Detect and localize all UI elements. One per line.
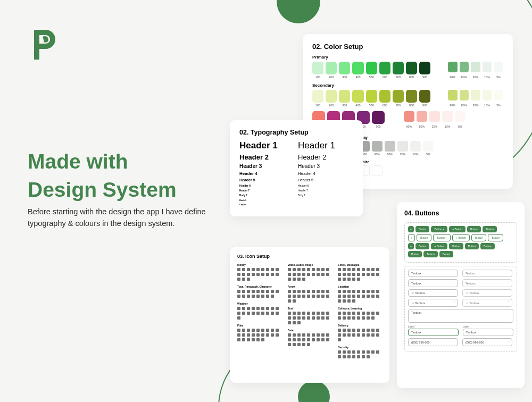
tiny-icon — [317, 316, 320, 320]
select-icon[interactable]: ☺ Textbox˅ — [462, 299, 512, 307]
button-outline[interactable]: + Button — [452, 234, 470, 241]
card-title: 04. Buttons — [404, 210, 517, 217]
textbox-labeled[interactable]: Textbox — [408, 329, 459, 336]
swatch — [471, 90, 480, 100]
type-bold: Header 1 — [239, 140, 287, 151]
icon-grid — [288, 268, 332, 281]
tiny-icon — [271, 268, 274, 271]
button-icon[interactable]: + — [408, 226, 414, 232]
swatch — [312, 90, 323, 103]
swatch — [339, 62, 350, 74]
button-outline[interactable]: Button — [471, 234, 486, 241]
tiny-icon — [297, 268, 301, 271]
button[interactable]: + — [408, 243, 414, 249]
swatch — [379, 90, 390, 103]
tiny-icon — [271, 307, 274, 310]
tiny-icon — [317, 333, 320, 337]
tiny-icon — [376, 268, 379, 271]
type-bold: Header 2 — [239, 153, 287, 161]
tiny-icon — [338, 316, 341, 320]
textbox[interactable]: Textbox — [462, 270, 512, 277]
textbox-icon[interactable]: ☺ Textbox — [462, 289, 512, 297]
tiny-icon — [357, 273, 360, 276]
tiny-icon — [252, 268, 255, 271]
button[interactable]: Button — [423, 251, 437, 257]
button-icon-right[interactable]: Button + — [431, 226, 447, 232]
button[interactable]: Button — [467, 226, 481, 232]
button-outline[interactable]: Button — [417, 234, 431, 241]
tiny-icon — [288, 316, 291, 320]
phone-input[interactable]: (800) 999-000˅ — [462, 338, 512, 346]
tiny-icon — [252, 273, 255, 276]
button[interactable]: Button — [480, 243, 494, 249]
icon-category: Files — [237, 324, 281, 327]
textbox-labeled[interactable]: Textbox — [463, 329, 513, 336]
tiny-icon — [293, 268, 296, 271]
tiny-icon — [343, 268, 346, 271]
tiny-icon — [326, 290, 329, 293]
type-row: Header 5Header 5 — [239, 178, 353, 182]
tiny-icon — [302, 290, 305, 293]
tiny-icon — [357, 333, 360, 337]
select[interactable]: Textbox˅ — [462, 279, 512, 287]
tiny-icon — [371, 329, 375, 332]
button-icon-left[interactable]: + Button — [449, 226, 466, 232]
button-outline[interactable]: Button + — [433, 234, 451, 241]
swatch — [455, 111, 466, 122]
icon-grid — [237, 307, 281, 320]
textarea[interactable]: Textbox — [408, 309, 513, 323]
tiny-icon — [362, 316, 365, 320]
type-row: Header 1Header 1 — [239, 140, 353, 151]
swatch — [339, 90, 350, 103]
tiny-icon — [343, 299, 346, 303]
icon-category: Emoji, Messages — [338, 263, 382, 266]
button[interactable]: Button — [439, 251, 453, 257]
tiny-icon — [357, 295, 360, 298]
button[interactable]: + Button — [431, 243, 447, 249]
tiny-icon — [242, 329, 245, 332]
tiny-icon — [237, 273, 240, 276]
tiny-icon — [367, 273, 370, 276]
swatch-labels-gray: 50090%80%20%10%5% — [359, 153, 434, 156]
tiny-icon — [271, 312, 274, 315]
button-icon-outline[interactable]: + — [408, 234, 415, 241]
tiny-icon — [367, 268, 370, 271]
button-outline[interactable]: Button — [488, 234, 503, 241]
swatch — [352, 90, 363, 103]
tiny-icon — [247, 329, 250, 332]
tiny-icon — [252, 312, 255, 315]
textbox[interactable]: Textbox — [408, 270, 458, 277]
tiny-icon — [371, 290, 375, 293]
tiny-icon — [307, 312, 310, 315]
select-icon[interactable]: ☺ Textbox˅ — [408, 299, 458, 307]
select[interactable]: Textbox˅ — [408, 279, 458, 287]
tiny-icon — [276, 268, 279, 271]
type-bold: Caption — [239, 204, 287, 206]
chevron-down-icon: ˅ — [453, 281, 455, 285]
tiny-icon — [307, 273, 310, 276]
swatch — [460, 62, 469, 72]
icon-grid — [338, 312, 382, 320]
textbox-icon[interactable]: ☺ Textbox — [408, 289, 458, 297]
type-regular: Header 7 — [298, 189, 308, 192]
icon-category: Weather — [237, 302, 281, 305]
swatch — [419, 90, 430, 103]
tiny-icon — [312, 333, 315, 337]
button[interactable]: Button — [449, 243, 463, 249]
button[interactable]: Button — [483, 226, 496, 232]
button[interactable]: Button — [465, 243, 479, 249]
tiny-icon — [312, 338, 315, 341]
button[interactable]: Button — [415, 243, 429, 249]
tiny-icon — [288, 333, 291, 337]
button[interactable]: Button — [415, 226, 429, 232]
tiny-icon — [357, 350, 360, 354]
tiny-icon — [317, 338, 320, 341]
button[interactable]: Button — [408, 251, 422, 257]
tiny-icon — [326, 316, 329, 320]
tiny-icon — [302, 278, 305, 281]
phone-input[interactable]: (800) 999-000˅ — [408, 338, 458, 346]
tiny-icon — [317, 312, 320, 315]
tiny-icon — [357, 268, 360, 271]
tiny-icon — [371, 268, 375, 271]
swatch — [393, 90, 404, 103]
